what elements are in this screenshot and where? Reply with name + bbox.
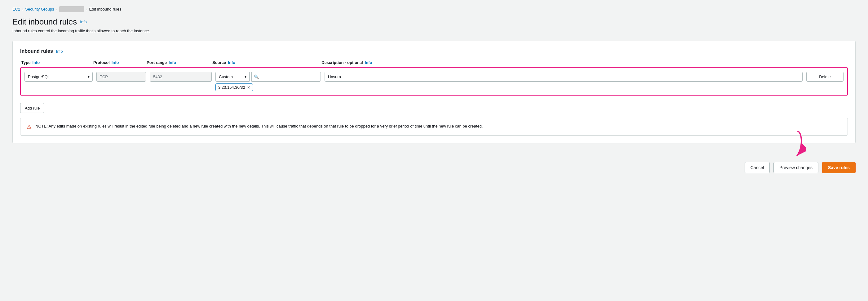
- source-select-wrapper: Custom Anywhere-IPv4 Anywhere-IPv6 My IP…: [215, 72, 250, 82]
- page-header: Edit inbound rules Info: [12, 17, 856, 27]
- col-type-info[interactable]: Info: [32, 60, 40, 65]
- breadcrumb-ec2[interactable]: EC2: [12, 7, 20, 11]
- page-info-link[interactable]: Info: [80, 20, 87, 24]
- footer-bar: Cancel Preview changes Save rules: [0, 156, 868, 180]
- note-box: ⚠ NOTE: Any edits made on existing rules…: [20, 118, 848, 136]
- table-row: PostgreSQL Custom TCP Custom UDP SSH HTT…: [25, 72, 843, 91]
- breadcrumb-security-groups[interactable]: Security Groups: [25, 7, 54, 11]
- rule-row-highlighted: PostgreSQL Custom TCP Custom UDP SSH HTT…: [20, 67, 848, 95]
- breadcrumb-sep-3: ›: [86, 7, 87, 11]
- panel-title: Inbound rules: [20, 48, 53, 54]
- col-type-label: Type: [21, 60, 30, 65]
- arrow-svg: [787, 131, 806, 162]
- col-protocol: Protocol Info: [93, 60, 143, 65]
- col-port-label: Port range: [147, 60, 167, 65]
- add-rule-button[interactable]: Add rule: [20, 103, 44, 113]
- breadcrumb-current: Edit inbound rules: [89, 7, 122, 11]
- note-text: NOTE: Any edits made on existing rules w…: [35, 123, 483, 129]
- description-input[interactable]: [324, 72, 803, 82]
- source-search-wrapper: 🔍: [251, 72, 321, 82]
- save-rules-button[interactable]: Save rules: [822, 162, 856, 173]
- inbound-rules-panel: Inbound rules Info Type Info Protocol In…: [12, 40, 856, 143]
- breadcrumb-sep-1: ›: [22, 7, 23, 11]
- page-title: Edit inbound rules: [12, 17, 77, 27]
- source-dropdown-row: Custom Anywhere-IPv4 Anywhere-IPv6 My IP…: [215, 72, 321, 82]
- type-select-wrapper: PostgreSQL Custom TCP Custom UDP SSH HTT…: [25, 72, 93, 82]
- source-search-icon: 🔍: [254, 75, 259, 79]
- breadcrumb-sep-2: ›: [56, 7, 57, 11]
- port-range-input: [150, 72, 212, 82]
- col-source-info[interactable]: Info: [228, 60, 235, 65]
- ip-tag: 3.23.154.30/32 ✕: [215, 83, 253, 91]
- col-description: Description - optional Info: [321, 60, 806, 65]
- cancel-button[interactable]: Cancel: [745, 162, 770, 173]
- col-protocol-info[interactable]: Info: [112, 60, 119, 65]
- delete-button[interactable]: Delete: [806, 72, 843, 82]
- panel-info-link[interactable]: Info: [56, 49, 63, 54]
- type-select[interactable]: PostgreSQL Custom TCP Custom UDP SSH HTT…: [25, 72, 93, 82]
- col-source-label: Source: [212, 60, 226, 65]
- col-protocol-label: Protocol: [93, 60, 110, 65]
- col-port-info[interactable]: Info: [168, 60, 176, 65]
- breadcrumb-resource-id: [59, 6, 84, 12]
- ip-value: 3.23.154.30/32: [218, 85, 245, 90]
- col-desc-info[interactable]: Info: [365, 60, 372, 65]
- col-desc-label: Description - optional: [321, 60, 363, 65]
- col-port-range: Port range Info: [147, 60, 209, 65]
- source-type-select[interactable]: Custom Anywhere-IPv4 Anywhere-IPv6 My IP: [215, 72, 250, 82]
- page-description: Inbound rules control the incoming traff…: [12, 29, 856, 33]
- arrow-indicator: [787, 131, 806, 163]
- col-type: Type Info: [21, 60, 90, 65]
- preview-changes-button[interactable]: Preview changes: [773, 162, 818, 173]
- warning-icon: ⚠: [27, 124, 32, 130]
- protocol-input: [96, 72, 146, 82]
- panel-header: Inbound rules Info: [20, 48, 848, 54]
- col-source: Source Info: [212, 60, 318, 65]
- ip-tag-remove-icon[interactable]: ✕: [247, 86, 250, 89]
- source-search-input[interactable]: [251, 72, 321, 82]
- breadcrumb: EC2 › Security Groups › › Edit inbound r…: [12, 6, 856, 12]
- table-header: Type Info Protocol Info Port range Info …: [20, 60, 848, 65]
- source-col: Custom Anywhere-IPv4 Anywhere-IPv6 My IP…: [215, 72, 321, 91]
